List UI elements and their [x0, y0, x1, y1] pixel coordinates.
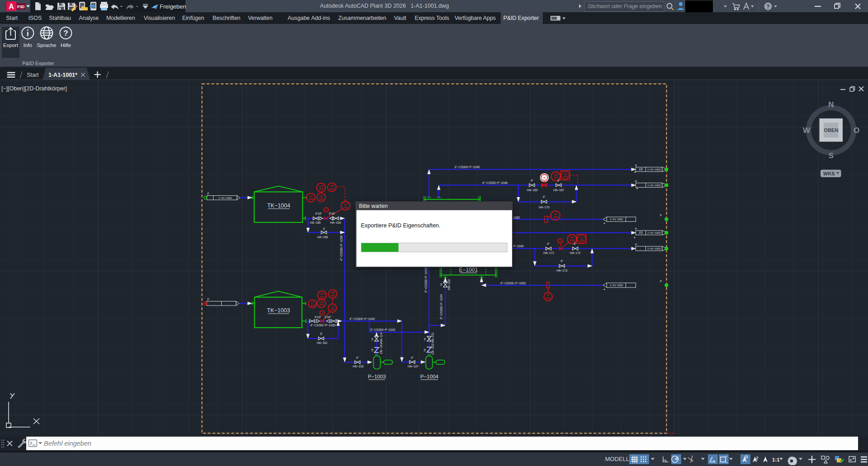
- svg-text:CK−102 HA−151: CK−102 HA−151: [431, 332, 434, 354]
- svg-text:W: W: [803, 126, 811, 135]
- svg-text:P: P: [660, 280, 662, 283]
- svg-text:P: P: [635, 164, 637, 167]
- svg-text:S: S: [326, 209, 327, 211]
- svg-text:101: 101: [639, 231, 643, 234]
- svg-text:4": 4": [356, 356, 359, 359]
- svg-text:5': 5': [440, 283, 442, 286]
- svg-text:4": 4": [543, 195, 546, 198]
- svg-text:1002: 1002: [319, 303, 324, 306]
- svg-text:4": 4": [411, 356, 414, 359]
- svg-text:P: P: [660, 214, 662, 217]
- svg-text:3': 3': [323, 227, 325, 231]
- svg-text:4"−CS300−P−1039: 4"−CS300−P−1039: [310, 324, 336, 327]
- svg-text:LAL: LAL: [319, 194, 323, 197]
- svg-text:3': 3': [424, 338, 426, 341]
- svg-text:1−A1−1002: 1−A1−1002: [647, 247, 661, 250]
- svg-text:P: P: [635, 227, 637, 231]
- svg-text:LAL: LAL: [319, 301, 323, 303]
- svg-text:1001: 1001: [308, 198, 313, 200]
- svg-text:4": 4": [547, 242, 550, 245]
- svg-text:-1052: -1052: [512, 216, 520, 219]
- svg-text:EI: EI: [564, 173, 566, 175]
- svg-text:HA−103: HA−103: [353, 365, 364, 368]
- svg-text:1003: 1003: [553, 216, 558, 218]
- svg-text:3': 3': [371, 338, 374, 341]
- svg-text:4"−CS300−P−1053: 4"−CS300−P−1053: [500, 282, 526, 285]
- svg-text:S: S: [829, 151, 834, 160]
- svg-text:1001: 1001: [563, 175, 568, 178]
- svg-text:LC: LC: [309, 195, 313, 198]
- svg-text:1−A1−1002: 1−A1−1002: [647, 168, 661, 171]
- svg-text:4"−CS300−P−1046: 4"−CS300−P−1046: [482, 181, 508, 184]
- svg-text:PI: PI: [555, 213, 556, 216]
- svg-text:1001: 1001: [329, 188, 334, 190]
- svg-text:PM: PM: [554, 174, 557, 176]
- svg-text:4"x3": 4"x3": [314, 315, 322, 319]
- svg-text:PI: PI: [544, 177, 545, 179]
- svg-text:S: S: [322, 312, 323, 314]
- svg-text:3"−CS300−P−1045: 3"−CS300−P−1045: [455, 165, 480, 169]
- svg-text:PI: PI: [547, 294, 549, 297]
- svg-text:1−A1−1002: 1−A1−1002: [610, 217, 623, 221]
- svg-text:HA−161: HA−161: [317, 341, 327, 344]
- svg-text:LV: LV: [344, 203, 347, 206]
- svg-text:EI: EI: [580, 236, 582, 239]
- svg-text:1002: 1002: [310, 304, 315, 307]
- svg-text:1−A1−1002: 1−A1−1002: [647, 184, 661, 187]
- svg-text:4": 4": [557, 179, 560, 182]
- svg-text:4"−CS300−P−1040: 4"−CS300−P−1040: [350, 317, 375, 320]
- svg-text:3"−CS300−P−1044: 3"−CS300−P−1044: [440, 294, 443, 320]
- svg-text:5': 5': [320, 332, 323, 335]
- svg-text:HA−164: HA−164: [330, 221, 341, 224]
- svg-text:LAH: LAH: [320, 292, 324, 295]
- svg-text:HA−166: HA−166: [317, 235, 328, 239]
- svg-text:HA−152: HA−152: [447, 279, 451, 290]
- svg-text:LV: LV: [331, 306, 334, 308]
- svg-text:P: P: [207, 192, 209, 195]
- svg-text:P: P: [635, 180, 637, 183]
- svg-text:3"−CS300−P−1042: 3"−CS300−P−1042: [424, 268, 427, 293]
- svg-text:1002: 1002: [330, 294, 335, 297]
- svg-text:HA−171: HA−171: [543, 251, 554, 254]
- svg-text:P: P: [207, 298, 209, 301]
- svg-text:HA−107: HA−107: [408, 365, 418, 368]
- svg-text:LSH: LSH: [330, 184, 334, 187]
- svg-text:TK−1004: TK−1004: [267, 202, 290, 209]
- svg-text:P−1003: P−1003: [368, 374, 386, 379]
- svg-text:5': 5': [371, 348, 374, 352]
- svg-text:LAH: LAH: [319, 185, 323, 188]
- svg-text:HA−173: HA−173: [556, 269, 567, 272]
- svg-text:1−A1−1002: 1−A1−1002: [647, 231, 661, 234]
- svg-text:CK−101HA−114: CK−101HA−114: [379, 333, 383, 354]
- svg-text:1−A1−1002: 1−A1−1002: [610, 283, 623, 287]
- svg-text:LC: LC: [311, 301, 314, 304]
- svg-text:PM: PM: [570, 236, 574, 239]
- svg-text:1008: 1008: [569, 239, 574, 242]
- svg-text:O: O: [854, 126, 859, 135]
- svg-text:4": 4": [531, 179, 534, 182]
- svg-text:HA−165: HA−165: [310, 221, 321, 224]
- svg-text:HA−170: HA−170: [539, 206, 550, 209]
- svg-text:1001: 1001: [343, 206, 348, 209]
- svg-text:1004: 1004: [546, 297, 551, 300]
- svg-text:P: P: [635, 243, 637, 246]
- svg-text:3"−CS300−P−1043: 3"−CS300−P−1043: [370, 328, 395, 331]
- svg-text:5': 5': [424, 348, 426, 352]
- svg-text:4"x3": 4"x3": [315, 212, 323, 215]
- svg-text:HA−169: HA−169: [527, 188, 538, 192]
- svg-text:4": 4": [560, 259, 564, 263]
- svg-text:1002: 1002: [330, 308, 335, 311]
- svg-text:102: 102: [639, 168, 643, 171]
- svg-text:N: N: [828, 100, 834, 109]
- svg-text:1−A1−1002: 1−A1−1002: [218, 196, 232, 199]
- svg-text:P−1004: P−1004: [420, 374, 439, 379]
- svg-text:3"x4": 3"x4": [324, 315, 332, 319]
- svg-text:LSH: LSH: [331, 291, 335, 294]
- svg-text:4": 4": [574, 242, 577, 245]
- svg-text:4"−CS300−P−1038: 4"−CS300−P−1038: [340, 235, 343, 261]
- svg-text:1005: 1005: [579, 239, 584, 242]
- svg-text:HA−172: HA−172: [570, 251, 581, 254]
- svg-text:WKS: WKS: [823, 171, 835, 176]
- svg-text:1002: 1002: [320, 296, 325, 298]
- svg-text:TK−1003: TK−1003: [267, 307, 290, 314]
